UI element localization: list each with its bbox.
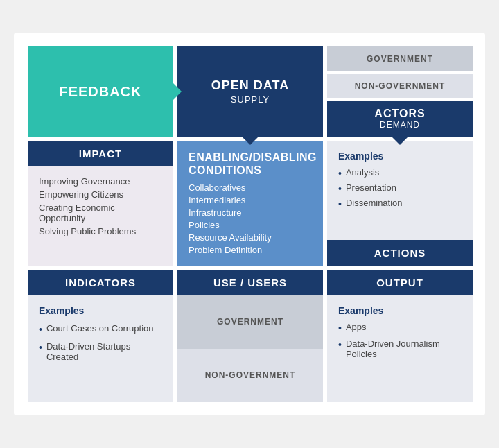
actors-cell: GOVERNMENT NON-GOVERNMENT ACTORS DEMAND <box>327 46 473 137</box>
actions-item-label-0: Analysis <box>346 167 379 178</box>
actions-header: ACTIONS <box>327 240 473 266</box>
diagram-container: FEEDBACK OPEN DATA SUPPLY GOVERNMENT NON… <box>14 33 485 415</box>
feedback-label: FEEDBACK <box>59 84 141 100</box>
enabling-cell: ENABLING/DISABLING CONDITIONS Collaborat… <box>177 141 323 266</box>
actions-bullet-2: • <box>338 198 342 210</box>
enabling-item-3: Policies <box>189 220 312 230</box>
use-non-government: NON-GOVERNMENT <box>177 349 323 402</box>
indicators-cell: INDICATORS Examples • Court Cases on Cor… <box>28 270 173 402</box>
actors-non-government: NON-GOVERNMENT <box>327 74 473 98</box>
impact-cell: IMPACT Improving Governance Empowering C… <box>28 141 173 266</box>
output-header: OUTPUT <box>327 270 473 295</box>
impact-item-0: Improving Governance <box>39 176 162 187</box>
actions-bullet-1: • <box>338 182 342 195</box>
actions-examples-title: Examples <box>338 150 462 162</box>
output-body: Examples • Apps • Data-Driven Journalism… <box>327 295 473 402</box>
enabling-item-5: Problem Definition <box>189 245 312 255</box>
actors-demand-arrow-down <box>390 135 410 145</box>
indicators-body: Examples • Court Cases on Corruption • D… <box>28 295 173 402</box>
use-non-government-label: NON-GOVERNMENT <box>205 370 296 380</box>
output-item-1: • Data-Driven Journalism Policies <box>338 338 462 359</box>
actors-demand-subtitle: DEMAND <box>380 120 420 130</box>
actions-cell: Examples • Analysis • Presentation • Dis… <box>327 141 473 266</box>
indicators-item-0: • Court Cases on Corruption <box>39 323 162 336</box>
output-examples-title: Examples <box>338 305 462 316</box>
open-data-cell: OPEN DATA SUPPLY <box>177 46 323 137</box>
indicators-bullet-1: • <box>39 341 42 354</box>
actions-header-label: ACTIONS <box>374 247 426 259</box>
impact-item-1: Empowering Citizens <box>39 189 162 200</box>
open-data-subtitle: SUPPLY <box>231 94 270 105</box>
indicators-header: INDICATORS <box>28 270 173 295</box>
actions-item-label-2: Dissemination <box>346 198 403 208</box>
enabling-item-0: Collaboratives <box>189 182 312 193</box>
enabling-item-4: Resource Availability <box>189 232 312 243</box>
main-grid: FEEDBACK OPEN DATA SUPPLY GOVERNMENT NON… <box>28 46 471 402</box>
indicators-item-label-0: Court Cases on Corruption <box>46 323 154 334</box>
feedback-cell: FEEDBACK <box>28 46 173 137</box>
output-bullet-0: • <box>338 322 342 334</box>
output-item-0: • Apps <box>338 322 462 334</box>
output-bullet-1: • <box>338 338 342 351</box>
impact-header: IMPACT <box>28 141 173 166</box>
enabling-items: Collaboratives Intermediaries Infrastruc… <box>189 182 312 255</box>
use-users-header-label: USE / USERS <box>213 277 287 288</box>
indicators-item-1: • Data-Driven Startups Created <box>39 341 162 362</box>
impact-item-2: Creating Economic Opportunity <box>39 203 162 223</box>
enabling-title: ENABLING/DISABLING CONDITIONS <box>189 150 312 177</box>
indicators-item-label-1: Data-Driven Startups Created <box>46 341 162 362</box>
actions-examples: Examples • Analysis • Presentation • Dis… <box>327 141 473 240</box>
actions-item-label-1: Presentation <box>346 182 396 193</box>
use-government-label: GOVERNMENT <box>217 317 283 327</box>
output-cell: OUTPUT Examples • Apps • Data-Driven Jou… <box>327 270 473 402</box>
output-header-label: OUTPUT <box>376 277 423 288</box>
actors-demand: ACTORS DEMAND <box>327 101 473 137</box>
enabling-item-2: Infrastructure <box>189 207 312 218</box>
indicators-examples-title: Examples <box>39 305 162 316</box>
output-item-label-0: Apps <box>346 322 367 332</box>
impact-header-label: IMPACT <box>79 148 122 160</box>
open-data-arrow-down <box>240 135 260 145</box>
output-item-label-1: Data-Driven Journalism Policies <box>346 338 462 359</box>
feedback-arrow-right <box>172 82 182 101</box>
actions-item-2: • Dissemination <box>338 198 462 210</box>
indicators-header-label: INDICATORS <box>65 277 136 288</box>
actions-item-0: • Analysis <box>338 167 462 180</box>
actors-demand-title: ACTORS <box>374 107 425 120</box>
impact-body: Improving Governance Empowering Citizens… <box>28 166 173 266</box>
actors-non-government-label: NON-GOVERNMENT <box>355 81 446 91</box>
actions-item-1: • Presentation <box>338 182 462 195</box>
enabling-item-1: Intermediaries <box>189 195 312 205</box>
actors-government: GOVERNMENT <box>327 46 473 71</box>
use-users-cell: USE / USERS GOVERNMENT NON-GOVERNMENT <box>177 270 323 402</box>
use-government: GOVERNMENT <box>177 295 323 349</box>
indicators-bullet-0: • <box>39 323 42 336</box>
actions-bullet-0: • <box>338 167 342 180</box>
open-data-title: OPEN DATA <box>211 78 289 93</box>
impact-item-3: Solving Public Problems <box>39 226 162 236</box>
actors-government-label: GOVERNMENT <box>367 54 433 64</box>
use-users-header: USE / USERS <box>177 270 323 295</box>
